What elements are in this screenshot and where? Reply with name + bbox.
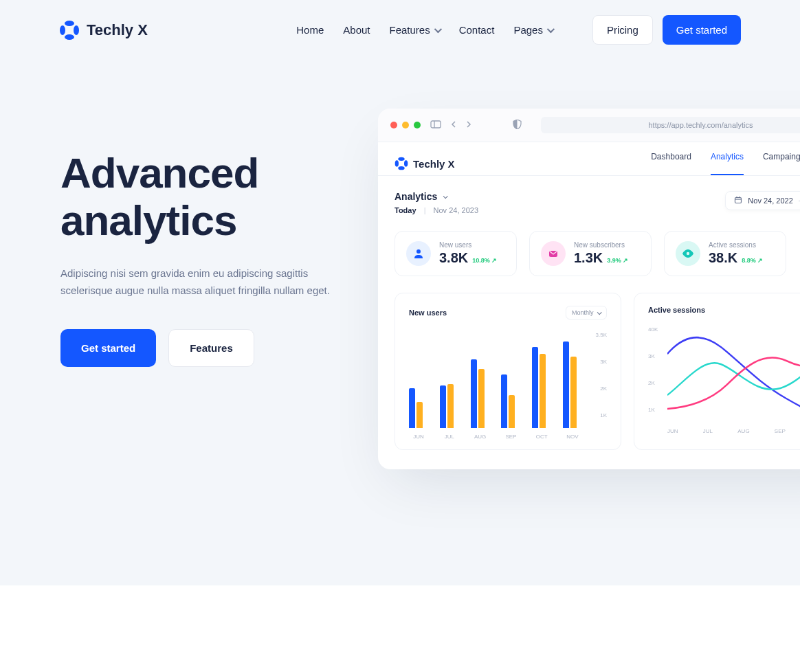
xaxis-tick: OCT	[532, 434, 551, 440]
xaxis-tick: AUG	[737, 428, 749, 434]
chevron-down-icon	[434, 25, 441, 32]
hero-title-line1: Advanced	[60, 149, 258, 197]
xaxis-tick: SEP	[501, 434, 520, 440]
nav-link-pages[interactable]: Pages	[513, 24, 553, 36]
nav-link-home[interactable]: Home	[296, 24, 324, 36]
bar-group	[409, 388, 428, 428]
nav-buttons: Pricing Get started	[592, 15, 741, 45]
nav-link-features-label: Features	[389, 24, 430, 36]
nav-link-pages-label: Pages	[513, 24, 543, 36]
hero-features-button[interactable]: Features	[168, 329, 254, 367]
svg-point-2	[60, 25, 65, 35]
xaxis-tick: JUN	[667, 428, 678, 434]
nav-links: Home About Features Contact Pages Pricin…	[296, 15, 741, 45]
line-xaxis: JUN JUL AUG SEP OCT	[648, 428, 800, 434]
chevron-down-icon	[547, 25, 555, 32]
xaxis-tick: NOV	[563, 434, 582, 440]
bar-group	[501, 374, 520, 428]
xaxis-tick: AUG	[471, 434, 490, 440]
nav-link-contact[interactable]: Contact	[459, 24, 495, 36]
xaxis-tick: JUN	[409, 434, 428, 440]
xaxis-tick: JUL	[440, 434, 459, 440]
yaxis-tick: 2K	[648, 380, 658, 386]
logo-icon	[59, 20, 80, 41]
bar-group	[440, 384, 459, 428]
nav-link-about[interactable]: About	[343, 24, 370, 36]
bar-group	[471, 359, 490, 428]
hero-section: Advanced analytics Adipiscing nisi sem g…	[0, 60, 800, 367]
yaxis-tick: 2K	[586, 385, 607, 392]
hero-description: Adipiscing nisi sem gravida enim eu adip…	[60, 265, 342, 300]
top-navigation: Techly X Home About Features Contact Pag…	[0, 0, 800, 60]
yaxis-tick: 1K	[648, 407, 658, 413]
bar-xaxis: JUN JUL AUG SEP OCT NOV	[409, 434, 607, 440]
hero-title: Advanced analytics	[60, 149, 800, 245]
brand-logo[interactable]: Techly X	[59, 20, 148, 41]
get-started-button[interactable]: Get started	[663, 15, 741, 45]
svg-point-0	[65, 21, 74, 26]
hero-get-started-button[interactable]: Get started	[60, 329, 156, 367]
yaxis-tick: 1K	[586, 412, 607, 418]
svg-point-1	[65, 34, 74, 40]
xaxis-tick: JUL	[703, 428, 713, 434]
svg-point-3	[74, 25, 79, 35]
page-bottom-background	[0, 585, 800, 672]
xaxis-tick: SEP	[775, 428, 786, 434]
pricing-button[interactable]: Pricing	[592, 15, 653, 45]
brand-name: Techly X	[87, 21, 148, 39]
hero-title-line2: analytics	[60, 197, 236, 244]
nav-link-features[interactable]: Features	[389, 24, 439, 36]
hero-buttons: Get started Features	[60, 329, 800, 367]
